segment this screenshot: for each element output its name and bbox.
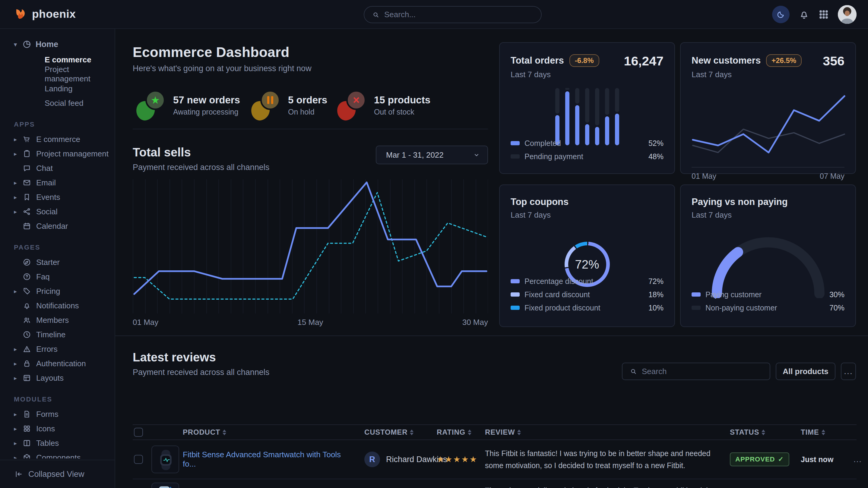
- stat-2: 5 ordersOn hold: [251, 90, 327, 120]
- compass-icon: [23, 258, 31, 266]
- sidebar-item-notifications[interactable]: Notifications: [0, 298, 115, 313]
- sidebar-subitem-project-management[interactable]: Project management: [0, 67, 115, 82]
- user-avatar[interactable]: [838, 5, 857, 24]
- sidebar-item-forms[interactable]: ▸Forms: [0, 407, 115, 421]
- all-products-button[interactable]: All products: [776, 363, 835, 380]
- sidebar-item-layouts[interactable]: ▸Layouts: [0, 371, 115, 385]
- sidebar-item-social[interactable]: ▸Social: [0, 204, 115, 219]
- table-row: Fitbit Sense Advanced Smartwatch with To…: [133, 440, 857, 479]
- latest-reviews-section: Latest reviews Payment received across a…: [115, 335, 868, 488]
- sidebar-item-icons[interactable]: ▸Icons: [0, 421, 115, 436]
- sidebar-item-label: Project management: [36, 149, 108, 159]
- sidebar-item-errors[interactable]: ▸Errors: [0, 342, 115, 356]
- brand[interactable]: phoenix: [14, 7, 76, 21]
- reviews-search-input[interactable]: Search: [622, 363, 770, 380]
- sidebar-item-label: Faq: [36, 272, 50, 282]
- file-icon: [23, 410, 31, 418]
- caret-right-icon: ▸: [13, 425, 18, 432]
- caret-right-icon: ▸: [13, 346, 18, 353]
- sidebar-item-home[interactable]: ▾Home: [0, 36, 115, 53]
- sidebar-section-label: PAGES: [14, 243, 115, 251]
- legend-value: 70%: [829, 303, 844, 312]
- date-range-select[interactable]: Mar 1 - 31, 2022: [376, 145, 488, 164]
- stat-1: ★57 new ordersAwating processing: [136, 90, 240, 120]
- sidebar-subitem-social-feed[interactable]: Social feed: [0, 96, 115, 110]
- column-header-rating[interactable]: RATING: [437, 428, 471, 436]
- legend-label: Pending payment: [525, 152, 644, 161]
- axis-tick: 01 May: [691, 172, 716, 181]
- sidebar-item-starter[interactable]: Starter: [0, 255, 115, 269]
- sort-icon: [223, 429, 226, 435]
- axis-tick: 15 May: [298, 318, 323, 327]
- column-header-customer[interactable]: CUSTOMER: [364, 428, 413, 436]
- divider: [133, 129, 488, 129]
- legend-swatch: [510, 279, 520, 283]
- card-title: Top coupons: [510, 197, 663, 207]
- legend-row: Fixed product discount10%: [510, 301, 663, 314]
- sidebar-item-tables[interactable]: ▸Tables: [0, 436, 115, 450]
- axis-tick: 07 May: [820, 172, 844, 181]
- paying-card: Paying vs non paying Last 7 days Paying …: [680, 185, 856, 327]
- legend-value: 30%: [829, 290, 844, 299]
- rating-stars: ★★★★★: [437, 455, 478, 464]
- column-header-status[interactable]: STATUS: [730, 428, 765, 436]
- new-customers-line-chart: [691, 88, 846, 163]
- sidebar-item-components[interactable]: ▸Components: [0, 450, 115, 458]
- sidebar-item-label: Members: [36, 316, 69, 325]
- column-header-time[interactable]: TIME: [801, 428, 825, 436]
- legend-row: Fixed card discount18%: [510, 288, 663, 301]
- grid4-icon: [23, 424, 31, 433]
- product-link[interactable]: Fitbit Sense Advanced Smartwatch with To…: [183, 450, 346, 469]
- caret-right-icon: ▸: [13, 194, 18, 201]
- caret-right-icon: ▸: [13, 440, 18, 447]
- product-thumbnail[interactable]: [151, 483, 179, 488]
- sidebar-item-pricing[interactable]: ▸Pricing: [0, 284, 115, 298]
- sidebar-item-label: Social: [36, 207, 58, 217]
- sidebar-item-label: Forms: [36, 410, 59, 419]
- legend-swatch: [691, 306, 701, 310]
- row-menu-button[interactable]: ...: [854, 455, 862, 464]
- select-all-checkbox[interactable]: [134, 428, 143, 437]
- collapse-view-button[interactable]: Collapsed View: [0, 460, 115, 488]
- legend-value: 18%: [648, 290, 663, 299]
- row-checkbox[interactable]: [134, 455, 143, 464]
- new-customers-card: New customers +26.5% 356 Last 7 days 01 …: [680, 42, 856, 174]
- clock-icon: [23, 330, 31, 339]
- apps-grid-icon[interactable]: [818, 9, 829, 20]
- more-options-button[interactable]: ...: [841, 363, 856, 380]
- sidebar-item-project-management[interactable]: ▸Project management: [0, 147, 115, 161]
- bookmark-icon: [23, 193, 31, 201]
- sidebar-item-calendar[interactable]: Calendar: [0, 219, 115, 233]
- card-sub: Last 7 days: [510, 70, 663, 79]
- notifications-bell-icon[interactable]: [799, 9, 809, 20]
- customer-cell[interactable]: RRichard Dawkins: [364, 452, 447, 467]
- sidebar-item-chat[interactable]: Chat: [0, 161, 115, 175]
- table-header: PRODUCTCUSTOMERRATINGREVIEWSTATUSTIME: [133, 424, 857, 440]
- sidebar-item-events[interactable]: ▸Events: [0, 190, 115, 204]
- column-header-product[interactable]: PRODUCT: [183, 428, 226, 436]
- sidebar-item-members[interactable]: Members: [0, 313, 115, 327]
- search-placeholder: Search: [642, 367, 666, 376]
- brand-name: phoenix: [32, 8, 76, 21]
- legend-row: Non-paying customer70%: [691, 301, 844, 314]
- search-icon: [372, 11, 379, 19]
- column-header-review[interactable]: REVIEW: [485, 428, 521, 436]
- sidebar-item-e-commerce[interactable]: ▸E commerce: [0, 132, 115, 147]
- sidebar-item-timeline[interactable]: Timeline: [0, 327, 115, 342]
- theme-toggle-button[interactable]: [772, 6, 789, 23]
- review-time: Just now: [801, 455, 833, 464]
- search-icon: [630, 368, 637, 375]
- card-sub: Last 7 days: [691, 70, 844, 79]
- sort-icon: [517, 429, 521, 435]
- sidebar-item-authentication[interactable]: ▸Authentication: [0, 356, 115, 371]
- legend-row: Paying customer30%: [691, 288, 844, 301]
- product-link[interactable]: iPhone 13 pro max-Pacific Blue-128GB sto…: [183, 487, 346, 488]
- product-thumbnail[interactable]: [151, 446, 179, 473]
- axis-tick: 01 May: [133, 318, 158, 327]
- total-sells-chart: [133, 180, 488, 314]
- sidebar-subitem-landing[interactable]: Landing: [0, 82, 115, 96]
- sidebar-item-label: Calendar: [36, 222, 68, 231]
- sidebar-item-faq[interactable]: Faq: [0, 269, 115, 284]
- global-search-input[interactable]: Search...: [364, 6, 542, 23]
- sidebar-item-email[interactable]: ▸Email: [0, 175, 115, 190]
